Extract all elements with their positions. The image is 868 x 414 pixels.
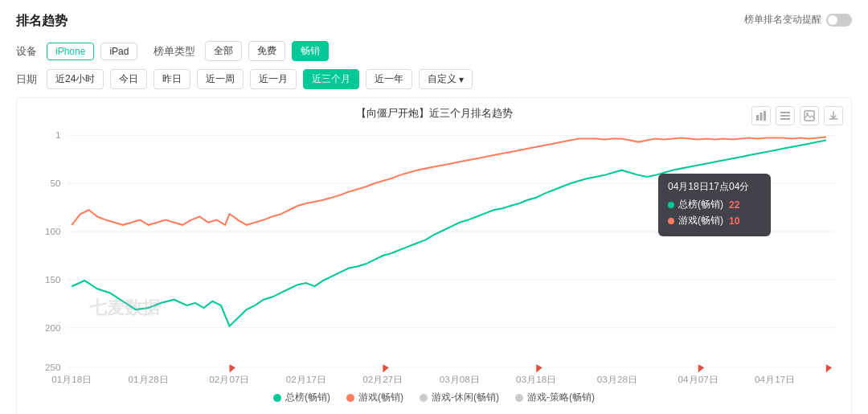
svg-rect-6 <box>805 111 814 121</box>
btn-free[interactable]: 免费 <box>248 41 285 61</box>
alert-row: 榜单排名变动提醒 <box>744 13 852 27</box>
btn-iphone[interactable]: iPhone <box>47 43 94 60</box>
download-icon-btn[interactable] <box>824 106 843 125</box>
svg-marker-32 <box>536 364 542 372</box>
svg-rect-2 <box>764 111 766 121</box>
btn-3months[interactable]: 近三个月 <box>303 69 359 89</box>
svg-text:1: 1 <box>55 131 60 141</box>
list-icon-btn[interactable] <box>776 106 795 125</box>
svg-text:02月07日: 02月07日 <box>209 375 249 384</box>
chevron-down-icon: ▾ <box>459 74 464 85</box>
legend-dot-game-casual <box>420 394 428 402</box>
chart-icon-group <box>751 106 843 125</box>
legend-dot-total <box>273 394 281 402</box>
chart-legend: 总榜(畅销) 游戏(畅销) 游戏-休闲(畅销) 游戏-策略(畅销) <box>25 391 843 404</box>
svg-text:03月18日: 03月18日 <box>516 375 556 384</box>
svg-text:200: 200 <box>45 323 60 333</box>
svg-rect-3 <box>780 112 790 113</box>
svg-text:02月27日: 02月27日 <box>362 375 403 384</box>
btn-all[interactable]: 全部 <box>205 41 242 61</box>
chart-type-label: 榜单类型 <box>154 44 195 59</box>
svg-text:50: 50 <box>51 178 61 188</box>
svg-marker-30 <box>230 364 235 372</box>
btn-ipad[interactable]: iPad <box>100 43 137 60</box>
svg-point-7 <box>806 113 809 115</box>
svg-rect-1 <box>760 113 763 121</box>
svg-marker-33 <box>698 364 704 372</box>
date-label: 日期 <box>16 72 37 87</box>
page-title: 排名趋势 <box>16 13 852 30</box>
btn-24h[interactable]: 近24小时 <box>47 69 104 89</box>
chart-area: 1 50 100 150 200 250 01月18日 01月28日 02月07… <box>25 127 843 384</box>
btn-custom[interactable]: 自定义 ▾ <box>419 69 473 89</box>
svg-text:01月18日: 01月18日 <box>51 375 92 384</box>
svg-text:02月17日: 02月17日 <box>286 375 326 384</box>
svg-text:150: 150 <box>45 275 60 285</box>
chart-wrapper: 【向僵尸开炮】近三个月排名趋势 <box>16 97 852 414</box>
legend-dot-game <box>346 394 354 402</box>
date-filter-row: 日期 近24小时 今日 昨日 近一周 近一月 近三个月 近一年 自定义 ▾ <box>16 69 852 89</box>
legend-label-total: 总榜(畅销) <box>285 391 330 404</box>
chart-svg: 1 50 100 150 200 250 01月18日 01月28日 02月07… <box>25 127 843 384</box>
device-filter-row: 设备 iPhone iPad 榜单类型 全部 免费 畅销 <box>16 41 852 61</box>
btn-year[interactable]: 近一年 <box>366 69 412 89</box>
svg-text:100: 100 <box>45 227 60 236</box>
btn-month[interactable]: 近一月 <box>250 69 297 89</box>
svg-text:01月28日: 01月28日 <box>129 375 169 384</box>
svg-text:03月08日: 03月08日 <box>440 375 480 384</box>
device-label: 设备 <box>16 44 37 59</box>
image-icon-btn[interactable] <box>800 106 819 125</box>
btn-today[interactable]: 今日 <box>110 69 147 89</box>
legend-label-game: 游戏(畅销) <box>358 391 403 404</box>
svg-text:04月07日: 04月07日 <box>678 375 719 384</box>
svg-rect-4 <box>780 115 790 117</box>
main-container: 排名趋势 榜单排名变动提醒 设备 iPhone iPad 榜单类型 全部 免费 … <box>0 0 868 414</box>
bar-chart-icon-btn[interactable] <box>751 106 771 125</box>
legend-dot-game-strategy <box>515 394 523 402</box>
legend-game-casual: 游戏-休闲(畅销) <box>420 391 499 404</box>
btn-yesterday[interactable]: 昨日 <box>154 69 190 89</box>
svg-rect-5 <box>780 118 790 120</box>
legend-label-game-strategy: 游戏-策略(畅销) <box>527 391 595 404</box>
btn-paid[interactable]: 畅销 <box>292 41 329 61</box>
svg-text:250: 250 <box>45 363 60 373</box>
svg-rect-0 <box>756 115 759 121</box>
legend-label-game-casual: 游戏-休闲(畅销) <box>432 391 499 404</box>
alert-toggle[interactable] <box>826 14 852 27</box>
svg-text:03月28日: 03月28日 <box>597 375 637 384</box>
svg-text:04月17日: 04月17日 <box>755 375 795 384</box>
legend-game: 游戏(畅销) <box>346 391 403 404</box>
alert-label: 榜单排名变动提醒 <box>744 13 821 27</box>
legend-total: 总榜(畅销) <box>273 391 330 404</box>
legend-game-strategy: 游戏-策略(畅销) <box>515 391 595 404</box>
svg-marker-34 <box>826 364 832 372</box>
chart-title: 【向僵尸开炮】近三个月排名趋势 <box>25 106 843 121</box>
btn-week[interactable]: 近一周 <box>197 69 244 89</box>
svg-marker-31 <box>383 364 388 372</box>
